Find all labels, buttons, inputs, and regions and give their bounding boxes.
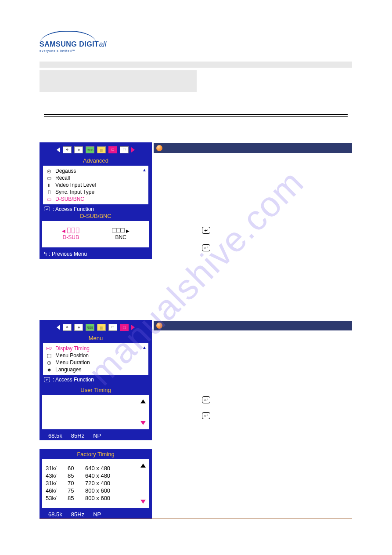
menu-item[interactable]: ⌷Sync. Input Type: [46, 189, 146, 196]
bnc-conn-icon: □□□: [112, 226, 125, 234]
tab-icon-1[interactable]: ✥: [63, 324, 72, 331]
menu-item[interactable]: ◷Menu Duration: [46, 359, 146, 366]
nav-right-icon[interactable]: [131, 147, 135, 152]
osd-dsub-panel: D-SUB/BNC ◀ ⌷⌷⌷ D-SUB □□□ ▶ BNC ↰ : Prev…: [40, 211, 152, 259]
tab-icon-menu[interactable]: ⬚: [120, 324, 129, 331]
logo-text-ital: all: [99, 40, 107, 48]
osd-dsub-footer: ↰ : Previous Menu: [40, 249, 152, 259]
item-icon: ⌷: [46, 189, 53, 195]
item-label: Sync. Input Type: [55, 189, 94, 195]
menu-item[interactable]: ⬚Menu Position: [46, 352, 146, 359]
item-icon: ⬚: [46, 353, 53, 359]
footer-text: : Access Function: [53, 377, 94, 383]
tab-icon-2[interactable]: ◈: [74, 146, 83, 153]
tab-icon-4[interactable]: |||: [97, 146, 106, 153]
enter-icon: ↵: [202, 396, 210, 403]
item-label: Degauss: [55, 168, 76, 174]
section-heading-bar-1: [154, 143, 352, 153]
tab-icon-2[interactable]: ◈: [74, 324, 83, 331]
item-label: Menu Duration: [55, 359, 90, 366]
timing-row: 53k/85800 x 600: [46, 494, 146, 502]
footer-text: : Previous Menu: [49, 251, 87, 257]
menu-item[interactable]: ◎Degauss: [46, 167, 146, 174]
factory-timing-title: Factory Timing: [40, 449, 152, 459]
enter-icon: ↵: [202, 412, 210, 419]
menu-item[interactable]: ▭D-SUB/BNC: [46, 196, 146, 203]
scroll-up-icon[interactable]: ▲: [142, 167, 147, 172]
item-icon: Hz: [46, 346, 53, 351]
timing-row: 46k/75800 x 600: [46, 487, 146, 494]
scroll-down-icon[interactable]: [140, 421, 146, 425]
timing-vfreq: 85Hz: [71, 511, 84, 518]
scroll-up-icon[interactable]: [140, 399, 146, 403]
scroll-up-icon[interactable]: [140, 464, 146, 468]
timing-footer: 68.5k 85Hz NP: [40, 431, 152, 440]
osd-icon-row: ✥ ◈ RGB ||| ☐ ⬚: [40, 321, 151, 334]
osd-factory-timing-panel: Factory Timing 31k/60640 x 48043k/85640 …: [40, 449, 152, 519]
osd-user-timing-panel: User Timing 68.5k 85Hz NP: [40, 385, 152, 440]
timing-footer: 68.5k 85Hz NP: [40, 510, 152, 519]
timing-row: 43k/85640 x 480: [46, 472, 146, 479]
header-banner: [40, 70, 352, 92]
dsub-label: D-SUB: [62, 234, 80, 240]
nav-right-icon[interactable]: [131, 325, 135, 330]
timing-polarity: NP: [93, 432, 101, 439]
osd-menu-title: Menu: [40, 334, 151, 343]
user-timing-title: User Timing: [40, 385, 152, 395]
section-heading-bar-2: [154, 321, 352, 330]
enter-icon: ↵: [44, 377, 50, 382]
menu-item[interactable]: ⫿Video Input Level: [46, 181, 146, 189]
dsub-conn-icon: ⌷⌷⌷: [67, 226, 80, 234]
item-icon: ◎: [46, 168, 53, 174]
tab-icon-4[interactable]: |||: [97, 324, 106, 331]
item-label: Menu Position: [55, 352, 89, 359]
item-icon: ⫿: [46, 182, 53, 188]
nav-left-icon[interactable]: [57, 147, 60, 152]
tab-icon-6[interactable]: ⬚: [120, 146, 129, 153]
scroll-up-icon[interactable]: ▲: [142, 345, 147, 350]
nav-left-icon[interactable]: [57, 325, 60, 330]
osd-dsub-title: D-SUB/BNC: [40, 211, 152, 221]
menu-item[interactable]: ▭Recall: [46, 174, 146, 181]
osd-advanced-list: ▲ ◎Degauss▭Recall⫿Video Input Level⌷Sync…: [43, 166, 148, 204]
item-icon: ◷: [46, 360, 53, 366]
enter-icon: ↵: [202, 227, 210, 234]
osd-menu-panel: ✥ ◈ RGB ||| ☐ ⬚ Menu ▲ HzDisplay Timing⬚…: [40, 320, 152, 385]
timing-hfreq: 68.5k: [48, 432, 62, 439]
timing-hfreq: 68.5k: [48, 511, 62, 518]
item-label: Languages: [55, 366, 81, 373]
samsung-logo: SAMSUNG DIGITall everyone's invited™: [40, 31, 107, 52]
osd-menu-list: ▲ HzDisplay Timing⬚Menu Position◷Menu Du…: [43, 343, 148, 375]
bottom-rule: [40, 519, 352, 519]
timing-polarity: NP: [93, 511, 101, 518]
menu-item[interactable]: ☻Languages: [46, 366, 146, 373]
menu-item[interactable]: HzDisplay Timing: [46, 345, 146, 352]
bullet-icon: [156, 323, 162, 329]
enter-icon: ↵: [202, 244, 210, 251]
bullet-icon: [156, 145, 162, 151]
logo-text-main: SAMSUNG DIGIT: [40, 40, 99, 48]
item-icon: ▭: [46, 175, 53, 181]
item-icon: ▭: [46, 196, 53, 202]
right-arrow-icon: ▶: [126, 229, 129, 233]
timing-row: 31k/70720 x 400: [46, 479, 146, 487]
item-label: Recall: [55, 175, 70, 181]
left-arrow-icon: ◀: [62, 229, 65, 233]
item-label: Video Input Level: [55, 182, 96, 188]
tab-icon-rgb[interactable]: RGB: [86, 146, 94, 153]
timing-vfreq: 85Hz: [71, 432, 84, 439]
tab-icon-rgb[interactable]: RGB: [86, 324, 94, 331]
osd-footer: ↵ : Access Function: [40, 375, 151, 385]
bnc-label: BNC: [112, 234, 129, 240]
tab-icon-advanced[interactable]: ☐: [108, 146, 117, 153]
back-icon: ↰: [43, 251, 47, 257]
tab-icon-5[interactable]: ☐: [108, 324, 117, 331]
osd-advanced-panel: ✥ ◈ RGB ||| ☐ ⬚ Advanced ▲ ◎Degauss▭Reca…: [40, 142, 152, 215]
item-label: Display Timing: [55, 345, 90, 352]
scroll-down-icon[interactable]: [140, 500, 146, 504]
bnc-option[interactable]: □□□ ▶ BNC: [112, 226, 129, 240]
logo-tagline: everyone's invited™: [40, 49, 107, 52]
timing-row: 31k/60640 x 480: [46, 464, 146, 472]
tab-icon-1[interactable]: ✥: [63, 146, 72, 153]
dsub-option[interactable]: ◀ ⌷⌷⌷ D-SUB: [62, 226, 80, 240]
